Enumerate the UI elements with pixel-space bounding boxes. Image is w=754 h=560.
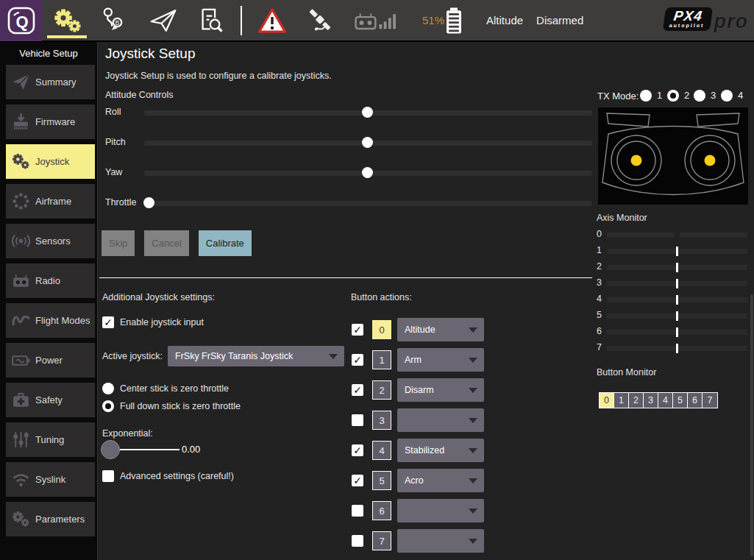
- axis-0-bar: [607, 233, 747, 238]
- axis-center-gap: [675, 233, 680, 238]
- sidebar-item-syslink[interactable]: Syslink: [6, 462, 95, 497]
- plan-tab-button[interactable]: B: [92, 0, 139, 40]
- wifi-icon: [10, 469, 32, 490]
- button-1-action-dropdown[interactable]: Arm: [397, 348, 484, 372]
- full-down-stick-label[interactable]: Full down stick is zero throttle: [120, 401, 241, 411]
- exponential-slider-thumb[interactable]: [101, 440, 120, 459]
- tx-mode-3-radio[interactable]: [694, 90, 705, 102]
- gps-status-button[interactable]: [296, 0, 344, 40]
- button-4-badge: 4: [372, 441, 391, 460]
- sidebar-item-flight-modes[interactable]: Flight Modes: [6, 303, 95, 338]
- button-4-action-dropdown[interactable]: Stabilized: [397, 439, 484, 462]
- advanced-settings-checkbox[interactable]: [102, 470, 114, 482]
- sidebar-item-label: Safety: [35, 394, 63, 405]
- throttle-slider-track[interactable]: [144, 201, 592, 206]
- axis-3-label: 3: [597, 277, 602, 288]
- sonar-waves-icon: [10, 231, 32, 252]
- rc-rssi-button[interactable]: [344, 0, 408, 40]
- sidebar-item-joystick[interactable]: Joystick: [6, 144, 95, 179]
- page-title: Joystick Setup: [105, 46, 196, 62]
- axis-3-bar: [607, 281, 747, 286]
- button-1-checkbox[interactable]: [352, 354, 363, 366]
- button-2-checkbox[interactable]: [352, 384, 363, 396]
- sidebar-item-summary[interactable]: Summary: [6, 65, 95, 99]
- sidebar-item-radio[interactable]: Radio: [6, 263, 95, 298]
- chevron-down-icon: [329, 354, 338, 359]
- active-joystick-dropdown[interactable]: FrSky FrSky Taranis Joystick: [168, 346, 344, 366]
- throttle-slider-thumb[interactable]: [143, 197, 154, 208]
- axis-4-label: 4: [597, 294, 602, 304]
- button-monitor-3: 3: [644, 393, 658, 408]
- qgc-logo-icon[interactable]: Q: [0, 0, 42, 41]
- armed-state-indicator[interactable]: Disarmed: [536, 14, 583, 26]
- roll-slider-thumb[interactable]: [362, 107, 373, 118]
- sidebar-item-power[interactable]: Power: [6, 343, 95, 378]
- tx-mode-1-radio[interactable]: [640, 90, 652, 102]
- vehicle-messages-button[interactable]: [248, 0, 296, 40]
- center-stick-radio[interactable]: [102, 383, 114, 394]
- button-5-checkbox[interactable]: [352, 475, 363, 486]
- button-action-value: Altitude: [397, 325, 469, 335]
- paper-plane-icon: [10, 72, 32, 93]
- yaw-slider-label: Yaw: [105, 167, 122, 177]
- tx-mode-4-radio[interactable]: [721, 90, 733, 102]
- analyze-tab-button[interactable]: [188, 0, 235, 40]
- sidebar-item-parameters[interactable]: Parameters: [6, 502, 95, 536]
- button-4-checkbox[interactable]: [352, 444, 363, 456]
- button-3-action-dropdown[interactable]: [397, 408, 484, 432]
- button-monitor-5: 5: [673, 393, 688, 408]
- sidebar-item-sensors[interactable]: Sensors: [6, 224, 95, 258]
- sidebar-item-firmware[interactable]: Firmware: [6, 104, 95, 139]
- throttle-slider-label: Throttle: [105, 197, 136, 208]
- axis-center-tick: [676, 311, 678, 321]
- button-0-badge: 0: [372, 320, 391, 339]
- calibrate-button[interactable]: Calibrate: [199, 230, 252, 256]
- button-7-action-dropdown[interactable]: [397, 529, 484, 553]
- button-6-action-dropdown[interactable]: [397, 499, 484, 522]
- sliders-icon: [10, 430, 32, 450]
- chevron-down-icon: [469, 508, 477, 514]
- cancel-button[interactable]: Cancel: [144, 230, 188, 256]
- yaw-slider-thumb[interactable]: [362, 167, 373, 178]
- flight-mode-indicator[interactable]: Altitude: [486, 14, 523, 26]
- button-7-badge: 7: [372, 531, 391, 550]
- sidebar-item-label: Summary: [35, 77, 77, 88]
- sidebar-item-airframe[interactable]: Airframe: [6, 184, 95, 219]
- enable-joystick-checkbox[interactable]: [102, 316, 114, 328]
- button-0-action-dropdown[interactable]: Altitude: [397, 318, 484, 341]
- button-3-checkbox[interactable]: [352, 414, 363, 426]
- scrollbar[interactable]: [750, 294, 753, 556]
- button-2-action-dropdown[interactable]: Disarm: [397, 378, 484, 402]
- button-monitor-2: 2: [629, 393, 644, 408]
- button-5-action-dropdown[interactable]: Acro: [397, 469, 484, 492]
- button-6-checkbox[interactable]: [352, 505, 363, 517]
- axis-7-label: 7: [597, 342, 602, 352]
- exponential-value: 0.00: [182, 444, 200, 455]
- sidebar-item-tuning[interactable]: Tuning: [6, 422, 95, 457]
- full-down-stick-radio[interactable]: [102, 400, 114, 412]
- pitch-slider-thumb[interactable]: [362, 137, 373, 148]
- button-7-checkbox[interactable]: [352, 535, 363, 547]
- wave-icon: [10, 311, 32, 331]
- fly-tab-button[interactable]: [139, 0, 188, 40]
- button-0-checkbox[interactable]: [352, 324, 363, 336]
- svg-text:Q: Q: [15, 13, 28, 31]
- axis-center-tick: [676, 247, 678, 256]
- center-stick-label[interactable]: Center stick is zero throttle: [120, 383, 229, 394]
- settings-tab-button[interactable]: [42, 0, 92, 40]
- axis-0-label: 0: [597, 229, 602, 239]
- exponential-slider-track[interactable]: [120, 449, 179, 450]
- sidebar-item-label: Parameters: [35, 514, 85, 525]
- toolbar-divider: [241, 6, 242, 35]
- attitude-slider-row: Pitch: [98, 137, 598, 149]
- advanced-settings-label[interactable]: Advanced settings (careful!): [120, 471, 234, 481]
- tx-mode-2-radio[interactable]: [667, 90, 679, 102]
- battery-status-button[interactable]: 51%: [408, 0, 473, 40]
- active-joystick-value: FrSky FrSky Taranis Joystick: [168, 351, 329, 361]
- enable-joystick-label[interactable]: Enable joystick input: [120, 317, 204, 327]
- sidebar-item-safety[interactable]: Safety: [6, 383, 95, 417]
- tx-mode-1-label: 1: [657, 90, 662, 101]
- chevron-down-icon: [469, 448, 477, 453]
- skip-button[interactable]: Skip: [102, 230, 135, 256]
- joystick-setup-page: Joystick Setup Joystick Setup is used to…: [98, 42, 598, 560]
